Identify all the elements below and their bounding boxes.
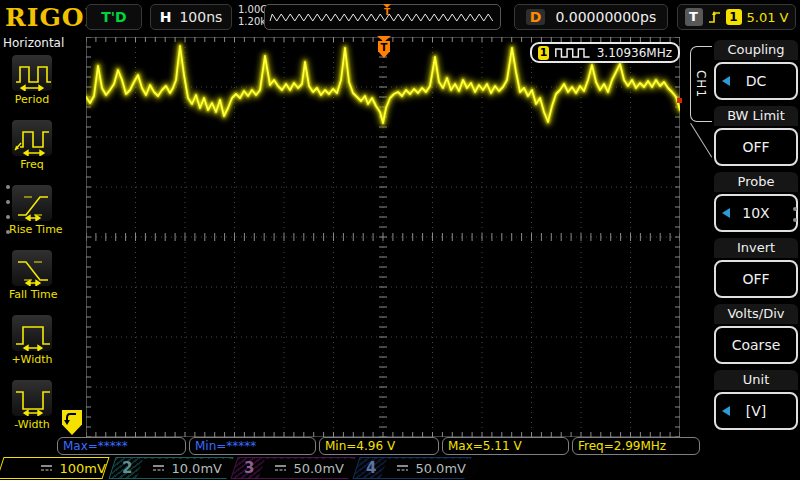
- menu-item-label: Unit: [714, 370, 798, 390]
- trigger-level-value: 5.01 V: [747, 10, 789, 25]
- delay-value: 0.00000000ps: [555, 9, 656, 25]
- channel-4-status[interactable]: 450.0mV: [356, 457, 468, 479]
- plus-width-icon: [11, 314, 53, 352]
- softkey-rise-time[interactable]: Rise Time: [9, 184, 55, 236]
- menu-item-value: [V]: [714, 392, 798, 430]
- channel-scale: 50.0mV: [415, 461, 466, 476]
- measurement-freq: Freq=2.99MHz: [572, 437, 700, 455]
- channel-menu-tab-label: CH1: [695, 70, 709, 98]
- delay-label: D: [526, 9, 546, 25]
- period-icon: [11, 54, 53, 92]
- trigger-source-badge: 1: [726, 9, 742, 25]
- trigger-level-marker: [677, 98, 682, 103]
- waveform-preview-bar[interactable]: T: [264, 4, 501, 30]
- softkey-period[interactable]: Period: [9, 54, 55, 106]
- menu-value-text: 10X: [742, 205, 769, 221]
- softkey-label: +Width: [9, 353, 55, 366]
- trigger-status-badge: T'D: [86, 4, 142, 30]
- freq-counter-value: 3.10936MHz: [597, 46, 672, 60]
- channel-number: 4: [366, 459, 376, 477]
- softkey-label: -Width: [9, 418, 55, 431]
- waveform-display-area[interactable]: T: [86, 37, 680, 437]
- channel-status-bar: 1100mV 210.0mV 350.0mV 450.0mV: [0, 456, 800, 480]
- menu-value-text: DC: [746, 73, 767, 89]
- softkey--width[interactable]: -Width: [9, 379, 55, 431]
- menu-item-value: Coarse: [714, 326, 798, 364]
- softkey-label: Fall Time: [9, 288, 55, 301]
- right-menu-page-dot: [793, 218, 797, 222]
- trigger-marker-flag: T: [378, 41, 390, 58]
- softkey-label: Rise Time: [9, 223, 55, 236]
- channel-scale: 50.0mV: [293, 461, 344, 476]
- measurement-max-star: Max=*****: [57, 437, 186, 455]
- left-menu-scroll-dot: [6, 185, 10, 189]
- left-menu-scroll-dot: [6, 230, 10, 234]
- menu-value-text: OFF: [742, 139, 769, 155]
- softkey-fall-time[interactable]: Fall Time: [9, 249, 55, 301]
- menu-item-label: Invert: [714, 238, 798, 258]
- top-status-bar: RIGOL T'D H 100ns 1.00GSa/s 1.20k pts T …: [0, 0, 800, 34]
- preview-trigger-position-icon: T: [382, 4, 392, 16]
- menu-item-label: Volts/Div: [714, 304, 798, 324]
- channel1-waveform-trace: [86, 37, 680, 437]
- menu-item-value: OFF: [714, 260, 798, 298]
- softkey-label: Period: [9, 93, 55, 106]
- dc-coupling-icon: [274, 463, 287, 473]
- menu-item-label: Probe: [714, 172, 798, 192]
- measurement-max-volts: Max=5.11 V: [442, 437, 569, 455]
- rising-edge-icon: [708, 9, 721, 25]
- left-menu-scroll-dot: [6, 200, 10, 204]
- dc-coupling-icon: [396, 463, 409, 473]
- freq-icon: [11, 119, 53, 157]
- menu-bw-limit[interactable]: BW LimitOFF: [714, 106, 798, 166]
- timebase-value: 100ns: [179, 9, 222, 25]
- menu-probe[interactable]: Probe10X: [714, 172, 798, 232]
- delay-readout-box: D 0.00000000ps: [514, 4, 668, 30]
- trigger-status-label: T'D: [101, 9, 126, 25]
- channel-number: 2: [122, 459, 132, 477]
- channel-number: 3: [244, 459, 254, 477]
- right-menu-page-dot: [793, 207, 797, 211]
- left-softkey-menu: Horizontal PeriodFreqRise TimeFall Time+…: [0, 34, 57, 454]
- frequency-counter-badge: 1 3.10936MHz: [530, 42, 680, 63]
- channel-menu-tab: CH1: [690, 46, 712, 122]
- channel-scale: 10.0mV: [171, 461, 222, 476]
- select-arrow-icon: [722, 406, 730, 416]
- menu-item-label: BW Limit: [714, 106, 798, 126]
- channel-scale: 100mV: [59, 461, 105, 476]
- menu-coupling[interactable]: CouplingDC: [714, 40, 798, 100]
- menu-volts-div[interactable]: Volts/DivCoarse: [714, 304, 798, 364]
- offset-clipped-arrow-icon: [62, 410, 82, 428]
- menu-unit[interactable]: Unit[V]: [714, 370, 798, 430]
- channel1-offset-marker-icon[interactable]: [62, 410, 82, 435]
- softkey--width[interactable]: +Width: [9, 314, 55, 366]
- measurement-min-volts: Min=4.96 V: [319, 437, 439, 455]
- trigger-position-marker-icon[interactable]: T: [376, 36, 392, 62]
- fall-time-icon: [11, 249, 53, 287]
- oscilloscope-screen: RIGOL T'D H 100ns 1.00GSa/s 1.20k pts T …: [0, 0, 800, 480]
- h-label: H: [160, 9, 172, 25]
- dc-coupling-icon: [40, 463, 53, 473]
- trigger-readout-box: T 1 5.01 V: [677, 4, 796, 30]
- channel-3-status[interactable]: 350.0mV: [234, 457, 352, 479]
- trigger-label: T: [685, 8, 703, 26]
- right-softkey-menu: CouplingDCBW LimitOFFProbe10XInvertOFFVo…: [712, 34, 800, 454]
- softkey-label: Freq: [9, 158, 55, 171]
- channel-number: 1: [10, 459, 20, 477]
- menu-item-value: 10X: [714, 194, 798, 232]
- menu-value-text: Coarse: [732, 337, 781, 353]
- left-menu-scroll-dot: [6, 215, 10, 219]
- channel-2-status[interactable]: 210.0mV: [112, 457, 230, 479]
- menu-invert[interactable]: InvertOFF: [714, 238, 798, 298]
- freq-counter-channel-badge: 1: [538, 46, 549, 60]
- select-arrow-icon: [722, 208, 730, 218]
- menu-tab-connector-line: [690, 123, 712, 157]
- channel-1-status[interactable]: 1100mV: [0, 457, 106, 479]
- softkey-freq[interactable]: Freq: [9, 119, 55, 171]
- menu-item-label: Coupling: [714, 40, 798, 60]
- menu-value-text: [V]: [746, 403, 767, 419]
- minus-width-icon: [11, 379, 53, 417]
- rise-time-icon: [11, 184, 53, 222]
- square-wave-icon: [555, 46, 590, 60]
- left-menu-title: Horizontal: [0, 34, 57, 50]
